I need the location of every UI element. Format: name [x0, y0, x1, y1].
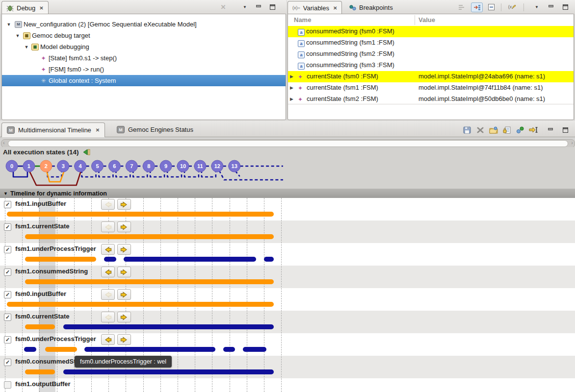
timeline-value-bar[interactable] — [104, 257, 116, 262]
timeline-value-bar[interactable] — [25, 279, 274, 284]
timeline-value-bar[interactable] — [264, 257, 274, 262]
timeline-value-bar[interactable] — [84, 347, 215, 352]
row-checkbox[interactable]: ✓ — [4, 223, 11, 231]
tab-debug[interactable]: Debug ✕ — [1, 1, 49, 14]
minimize-icon[interactable] — [546, 2, 556, 11]
row-checkbox[interactable]: ✓ — [4, 336, 11, 343]
timeline-value-bar[interactable] — [24, 347, 36, 352]
row-checkbox[interactable]: ✓ — [4, 314, 11, 321]
tab-timeline-close-icon[interactable]: ✕ — [96, 127, 100, 133]
show-logical-structure-icon[interactable] — [471, 2, 483, 12]
expander-icon[interactable]: ▼ — [15, 33, 21, 38]
delete-icon[interactable] — [474, 125, 486, 135]
timeline-value-bar[interactable] — [63, 369, 274, 374]
step-forward-button[interactable] — [117, 267, 131, 277]
expand-icon[interactable]: ▶ — [290, 85, 293, 90]
timeline-value-bar[interactable] — [7, 212, 274, 217]
view-menu-icon[interactable]: ▼ — [531, 2, 542, 11]
variable-row[interactable]: ▶✦currentState (fsm2 :FSM)model.impl.Sta… — [288, 94, 574, 102]
tab-breakpoints[interactable]: Breakpoints — [345, 1, 397, 14]
expand-icon[interactable]: ▶ — [290, 74, 293, 79]
step-backward-button[interactable] — [101, 334, 115, 345]
timeline-value-bar[interactable] — [25, 324, 55, 329]
column-value[interactable]: Value — [418, 16, 435, 24]
step-forward-button[interactable] — [117, 312, 131, 322]
tab-debug-close-icon[interactable]: ✕ — [39, 5, 43, 11]
step-backward-button[interactable] — [101, 267, 115, 277]
timeline-value-bar[interactable] — [25, 257, 96, 262]
expander-icon[interactable]: ▼ — [6, 22, 12, 27]
row-checkbox[interactable]: ✓ — [4, 246, 11, 253]
variable-value: model.impl.StateImpl@50db6be0 (name: s1) — [418, 95, 545, 102]
step-backward-button[interactable] — [101, 221, 115, 232]
debug-tree-item[interactable]: ▼▦Gemoc debug target — [2, 30, 286, 41]
save-icon[interactable] — [461, 125, 473, 135]
variable-name: consummedString (fsm1 :FSM) — [306, 39, 394, 46]
step-forward-button[interactable] — [117, 334, 131, 345]
watch-expression-icon[interactable]: (x — [507, 2, 518, 11]
breakpoint-dots-icon[interactable] — [514, 125, 526, 135]
minimize-icon[interactable] — [545, 125, 556, 135]
expander-icon[interactable]: ▼ — [24, 45, 29, 49]
variable-row[interactable]: ▶✦currentState (fsm0 :FSM)model.impl.Sta… — [288, 71, 574, 82]
debug-tree-item[interactable]: ✦[State] fsm0.s1 -> step() — [2, 52, 286, 64]
row-checkbox[interactable]: ✓ — [4, 269, 11, 276]
step-forward-button[interactable] — [117, 289, 131, 300]
timeline-value-bar[interactable] — [223, 347, 235, 352]
constraints-icon[interactable] — [501, 125, 513, 135]
tab-engines-label: Gemoc Engines Status — [128, 126, 193, 133]
minimize-icon[interactable] — [253, 2, 264, 11]
maximize-icon[interactable] — [559, 125, 571, 135]
variable-row[interactable]: aconsummedString (fsm2 :FSM) — [288, 49, 574, 60]
timeline-value-bar[interactable] — [25, 369, 55, 374]
step-forward-button[interactable] — [117, 221, 131, 232]
maximize-icon[interactable] — [560, 2, 571, 11]
step-backward-button[interactable] — [101, 244, 115, 255]
step-back-icon[interactable] — [82, 149, 91, 155]
timeline-value-bar[interactable] — [124, 257, 256, 262]
jump-to-icon[interactable] — [527, 125, 539, 135]
remove-terminated-icon[interactable]: ✕ — [218, 2, 229, 11]
step-forward-button[interactable] — [117, 199, 131, 210]
variable-row[interactable]: aconsummedString (fsm3 :FSM) — [288, 60, 574, 71]
row-checkbox[interactable]: ✓ — [4, 359, 11, 366]
tab-gemoc-engines-status[interactable]: M Gemoc Engines Status — [112, 122, 198, 137]
tab-variables[interactable]: (x)= Variables ✕ — [288, 1, 342, 14]
tab-variables-close-icon[interactable]: ✕ — [333, 5, 337, 11]
expand-icon[interactable]: ▶ — [290, 97, 293, 101]
step-backward-button[interactable] — [101, 312, 115, 322]
step-backward-button[interactable] — [101, 199, 115, 210]
debug-tree-item[interactable]: ✦[FSM] fsm0 -> run() — [2, 64, 286, 75]
dynamic-timeline-header[interactable]: ▼ Timeline for dynamic information — [0, 189, 575, 198]
execution-states-graph[interactable]: 012345678910111213 — [0, 156, 575, 189]
column-divider[interactable] — [415, 15, 415, 25]
show-type-names-icon[interactable] — [456, 2, 467, 11]
timeline-value-bar[interactable] — [63, 324, 274, 329]
scroll-left-icon[interactable]: ‹ — [3, 140, 5, 146]
timeline-value-bar[interactable] — [7, 302, 274, 307]
scrollbar-thumb[interactable] — [8, 140, 568, 147]
column-name[interactable]: Name — [294, 16, 311, 24]
timeline-value-bar[interactable] — [25, 234, 274, 239]
row-checkbox[interactable] — [4, 381, 11, 389]
tab-multidimensional-timeline[interactable]: M Multidimensional Timeline ✕ — [1, 122, 105, 137]
timeline-value-bar[interactable] — [45, 347, 77, 352]
timeline-value-bar[interactable] — [243, 347, 266, 352]
view-menu-icon[interactable]: ▼ — [239, 2, 250, 11]
variable-row[interactable]: ▶✦currentState (fsm1 :FSM)model.impl.Sta… — [288, 82, 574, 94]
maximize-icon[interactable] — [267, 2, 278, 11]
variable-row[interactable]: aconsummedString (fsm1 :FSM) — [288, 37, 574, 49]
step-backward-button[interactable] — [101, 289, 115, 300]
variable-row[interactable]: aconsummedString (fsm0 :FSM) — [288, 26, 574, 37]
debug-tree-item[interactable]: ▼▦Model debugging — [2, 41, 286, 52]
row-label: fsm1.inputBuffer — [15, 200, 66, 207]
row-checkbox[interactable]: ✓ — [4, 291, 11, 298]
timeline-row: ✓fsm1.underProcessTrigger — [0, 243, 575, 266]
debug-tree-item[interactable]: ▼MNew_configuration (2) [Gemoc Sequentia… — [2, 19, 286, 30]
debug-tree-item[interactable]: ✳Global context : System — [2, 75, 286, 86]
collapse-all-icon[interactable] — [486, 2, 497, 11]
scroll-right-icon[interactable]: › — [571, 140, 573, 146]
row-checkbox[interactable]: ✓ — [4, 201, 11, 208]
load-icon[interactable] — [488, 125, 499, 135]
step-forward-button[interactable] — [117, 244, 131, 255]
